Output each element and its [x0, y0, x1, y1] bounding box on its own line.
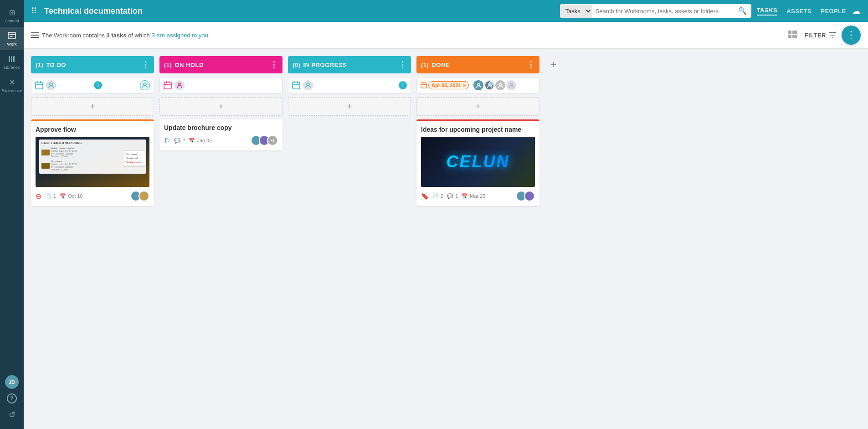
card-approve-flow[interactable]: Approve flow LAST LOADED VERSIONS A docu…: [31, 119, 154, 206]
svg-rect-2: [11, 56, 12, 62]
header: ⠿ Technical documentation Tasks 🔍 TASKS …: [24, 0, 868, 22]
header-nav: TASKS ASSETS PEOPLE: [757, 7, 846, 16]
svg-point-26: [499, 83, 502, 86]
card-image-celu: CELUN: [421, 137, 535, 187]
grid-menu-icon[interactable]: ⠿: [31, 6, 37, 16]
column-inprogress-filters: 1: [288, 77, 411, 93]
column-header-inprogress: (0) IN PROGRESS ⋮: [288, 56, 411, 73]
done-avatar-filter-4[interactable]: [506, 80, 516, 90]
comment-icon: 💬: [174, 138, 180, 144]
user-fab-button[interactable]: ⋮: [842, 26, 861, 45]
cloud-sync-icon[interactable]: ☁: [852, 5, 861, 16]
layout-button[interactable]: [786, 29, 799, 42]
filter-user-icon[interactable]: [46, 80, 56, 90]
column-done-menu[interactable]: ⋮: [527, 60, 535, 70]
done-add-card-button[interactable]: +: [416, 97, 539, 116]
toolbar: The Workroom contains 3 tasks of which 3…: [24, 22, 868, 49]
assigned-link[interactable]: 3 are assigned to you.: [151, 32, 210, 39]
hamburger-icon[interactable]: [31, 32, 39, 38]
card-avatars-project: [516, 191, 535, 202]
file-icon: 📄: [45, 193, 51, 199]
svg-point-24: [478, 83, 480, 86]
card-body-approve-flow: Approve flow LAST LOADED VERSIONS A docu…: [31, 121, 154, 206]
libraries-icon: [7, 54, 17, 64]
card-block-icon: ⊖: [36, 192, 41, 201]
nav-people[interactable]: PEOPLE: [821, 8, 846, 15]
svg-rect-0: [8, 32, 15, 39]
kanban-board: (1) TO DO ⋮: [24, 49, 868, 429]
done-avatar-filter-3[interactable]: [495, 80, 505, 90]
svg-point-20: [307, 83, 309, 86]
sidebar-item-libraries[interactable]: Libraries: [0, 50, 24, 73]
card-comment-project: 💬 1: [447, 193, 458, 199]
card-brochure-copy[interactable]: Update brochure copy ⚐ 💬 2 📅 Jan 05: [159, 119, 282, 150]
column-header-todo: (1) TO DO ⋮: [31, 56, 154, 73]
toolbar-info: The Workroom contains 3 tasks of which 3…: [42, 32, 210, 39]
card-body-project: Ideas for upcoming project name CELUN 🔖 …: [416, 121, 539, 206]
onhold-calendar-filter[interactable]: [164, 81, 172, 89]
inprogress-user-filter[interactable]: [303, 80, 313, 90]
card-file-count-project: 📄 2: [432, 193, 443, 199]
column-done: (1) DONE ⋮ Apr 05, 2021 ×: [416, 56, 539, 206]
card-footer-approve-flow: ⊖ 📄 1 📅 Oct 18: [36, 191, 149, 202]
onhold-add-card-button[interactable]: +: [159, 97, 282, 116]
cal-icon: 📅: [189, 138, 195, 144]
inprogress-add-card-button[interactable]: +: [288, 97, 411, 116]
sidebar-item-content[interactable]: ⊞ Content: [0, 4, 24, 27]
svg-rect-5: [792, 31, 797, 34]
svg-rect-8: [36, 82, 43, 89]
onhold-user-filter[interactable]: [175, 80, 185, 90]
todo-add-card-button[interactable]: +: [31, 97, 154, 116]
search-bar: Tasks 🔍: [560, 4, 751, 18]
card-bookmark-icon: 🔖: [421, 192, 429, 200]
search-type-select[interactable]: Tasks: [560, 5, 592, 18]
svg-point-27: [510, 83, 513, 86]
card-footer-brochure: ⚐ 💬 2 📅 Jan 05 +3: [164, 135, 278, 146]
card-title-brochure: Update brochure copy: [164, 124, 278, 131]
card-date-brochure: 📅 Jan 05: [189, 138, 212, 144]
todo-filter-count: 1: [94, 81, 102, 89]
column-inprogress-menu[interactable]: ⋮: [398, 60, 407, 70]
svg-rect-15: [169, 81, 169, 83]
inprogress-filter-count: 1: [399, 81, 407, 89]
search-button[interactable]: 🔍: [734, 4, 751, 18]
search-input[interactable]: [592, 5, 734, 17]
date-filter-chip[interactable]: Apr 05, 2021 ×: [428, 81, 469, 89]
inprogress-calendar-filter[interactable]: [292, 81, 300, 89]
filter-calendar-icon[interactable]: [35, 81, 43, 89]
recycle-button[interactable]: ↺: [5, 408, 19, 422]
svg-rect-1: [9, 56, 10, 62]
nav-assets[interactable]: ASSETS: [786, 8, 812, 15]
column-todo-menu[interactable]: ⋮: [141, 60, 150, 70]
toolbar-right: FILTER ⋮: [786, 26, 861, 45]
help-button[interactable]: ?: [5, 392, 19, 405]
todo-assignee-avatar[interactable]: [140, 80, 150, 90]
svg-rect-6: [788, 35, 791, 38]
svg-rect-4: [788, 31, 791, 34]
user-avatar[interactable]: JD: [5, 375, 19, 389]
sidebar-label-experience: Experience: [1, 88, 22, 93]
card-project-name[interactable]: Ideas for upcoming project name CELUN 🔖 …: [416, 119, 539, 206]
column-header-onhold: (1) ON HOLD ⋮: [159, 56, 282, 73]
sidebar-bottom: JD ? ↺: [5, 375, 19, 425]
sidebar-item-experience[interactable]: ✕ Experience: [0, 73, 24, 97]
svg-rect-7: [792, 35, 797, 38]
add-column-button[interactable]: +: [545, 56, 562, 73]
card-title-approve-flow: Approve flow: [36, 126, 149, 133]
filter-button[interactable]: FILTER: [804, 32, 836, 39]
sidebar-item-work[interactable]: Work: [0, 27, 24, 50]
main-content: ⠿ Technical documentation Tasks 🔍 TASKS …: [24, 0, 868, 429]
card-avatars-brochure: +3: [251, 135, 278, 146]
svg-rect-9: [37, 81, 38, 83]
date-filter-clear[interactable]: ×: [463, 83, 466, 88]
done-date-filter-wrap: Apr 05, 2021 ×: [421, 81, 469, 89]
nav-tasks[interactable]: TASKS: [757, 7, 778, 16]
done-avatar-filter-2[interactable]: [484, 80, 494, 90]
svg-rect-18: [294, 81, 295, 83]
card-flag-icon: ⚐: [164, 136, 170, 145]
column-header-done: (1) DONE ⋮: [416, 56, 539, 73]
card-date: 📅 Oct 18: [60, 193, 82, 199]
done-avatar-filter-1[interactable]: [473, 80, 483, 90]
card-comment-count: 💬 2: [174, 138, 185, 144]
column-onhold-menu[interactable]: ⋮: [270, 60, 278, 70]
